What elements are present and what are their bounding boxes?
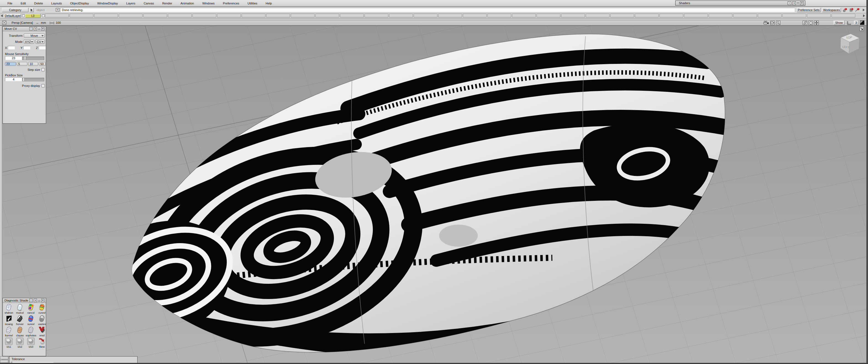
pickbox-size-field[interactable]: 4 [5, 78, 22, 81]
panel-close-icon[interactable]: ✕ [800, 1, 804, 5]
layer-slot[interactable] [733, 14, 757, 18]
show-button[interactable]: Show [834, 21, 844, 25]
menu-windowdisplay[interactable]: WindowDisplay [93, 2, 122, 5]
y-input[interactable] [23, 46, 30, 50]
layer-slot[interactable] [463, 14, 487, 18]
list-icon[interactable]: ≡ [56, 8, 59, 11]
layer-slot[interactable] [659, 14, 683, 18]
layer-slot[interactable] [561, 14, 585, 18]
zebra-shaded-car-model[interactable] [111, 25, 760, 363]
layer-slot[interactable] [709, 14, 733, 18]
status-line-field[interactable]: Done retrieving. [60, 8, 795, 12]
shader-rancol-button[interactable]: rancol [25, 303, 36, 314]
layer-slot[interactable] [315, 14, 339, 18]
palette-tab[interactable] [0, 360, 8, 363]
layer-slot[interactable] [168, 14, 192, 18]
preset-5-button[interactable]: 5 [17, 62, 27, 66]
panel-resize-icon[interactable]: ↕ [787, 1, 791, 5]
active-layer-checkbox[interactable] [42, 15, 45, 17]
layer-slot[interactable] [365, 14, 388, 18]
pickbox-size-slider[interactable] [22, 78, 44, 81]
shader-vis2-button[interactable]: vis2 [14, 337, 25, 348]
layer-slot[interactable] [291, 14, 315, 18]
layer-slot[interactable] [192, 14, 216, 18]
layer-slot[interactable] [610, 14, 634, 18]
shaders-panel-titlebar[interactable]: Shaders ↕ ≡ ▽ ✕ [675, 1, 805, 5]
menu-utilities[interactable]: Utilities [243, 2, 261, 5]
zoom-camera-icon[interactable] [776, 21, 780, 25]
shader-curevl-button[interactable]: curevl [36, 303, 48, 314]
layer-slot[interactable] [340, 14, 364, 18]
snap-curve-icon[interactable] [855, 8, 860, 12]
mode-cv-dropdown[interactable]: CV [35, 39, 45, 44]
preference-sets-button[interactable]: Preference Sets [797, 8, 820, 12]
layer-slot[interactable] [832, 14, 855, 18]
viewport-titlebar[interactable]: Persp [Camera] ↔ mm 100 Show [0, 20, 868, 26]
panel-collapse-icon[interactable]: △ [38, 27, 40, 30]
slider-thumb[interactable] [25, 57, 26, 60]
resize-view-icon[interactable] [860, 27, 864, 31]
default-layer-checkbox[interactable] [22, 15, 25, 17]
panel-resize-icon[interactable]: ↕ [29, 27, 33, 30]
menu-animation[interactable]: Animation [177, 2, 198, 5]
layer-slot[interactable] [782, 14, 806, 18]
layer-slot[interactable] [758, 14, 781, 18]
shader-vis1-button[interactable]: vis1 [3, 337, 14, 348]
step-size-checkbox[interactable] [41, 68, 45, 72]
panel-collapse-icon[interactable]: ▽ [797, 2, 799, 4]
layer-slot[interactable] [684, 14, 708, 18]
preset-23-button[interactable]: 23 [5, 62, 16, 66]
menu-help[interactable]: Help [261, 2, 276, 5]
panel-resize-icon[interactable]: ↕ [29, 299, 33, 302]
panel-menu-icon[interactable]: ≡ [34, 299, 37, 302]
menu-file[interactable]: File [3, 2, 17, 5]
shader-vred-button[interactable]: vred [36, 326, 48, 337]
layer-slot[interactable] [119, 14, 143, 18]
menu-edit[interactable]: Edit [17, 2, 30, 5]
look-camera-icon[interactable] [763, 21, 769, 25]
shader-clayao-button[interactable]: clayao [14, 326, 25, 337]
x-input[interactable] [8, 46, 15, 50]
perspective-viewport[interactable]: TOP LEFT [0, 25, 868, 363]
layer-slot[interactable] [635, 14, 659, 18]
snap-point-icon[interactable] [843, 8, 847, 12]
layer-scroll-right-icon[interactable] [863, 15, 865, 17]
layer-slot[interactable] [143, 14, 167, 18]
palette-tab[interactable] [0, 356, 8, 359]
shader-ltunnel-button[interactable]: ltunnel [3, 326, 14, 337]
measure-icon[interactable] [847, 21, 852, 25]
layer-slot[interactable] [512, 14, 536, 18]
pan-icon[interactable] [814, 21, 819, 25]
preset-10-button[interactable]: 10 [28, 62, 38, 66]
panel-menu-icon[interactable]: ≡ [34, 27, 37, 30]
menu-layouts[interactable]: Layouts [47, 2, 66, 5]
mouse-sensitivity-field[interactable]: 23 [5, 56, 22, 60]
layer-slot[interactable] [45, 14, 69, 18]
shader-isoang-button[interactable]: isoang [3, 315, 14, 326]
menu-render[interactable]: Render [158, 2, 176, 5]
shader-vis3-button[interactable]: vis3 [25, 337, 36, 348]
layer-slot[interactable] [389, 14, 413, 18]
viewport-close-icon[interactable] [2, 21, 6, 25]
menu-preferences[interactable]: Preferences [219, 2, 243, 5]
shader-horver-button[interactable]: horver [14, 315, 25, 326]
slider-thumb[interactable] [23, 78, 25, 81]
diagnostic-shade-icon[interactable] [803, 21, 807, 25]
workspaces-button[interactable]: Workspaces [822, 8, 841, 12]
menu-canvas[interactable]: Canvas [140, 2, 158, 5]
layer-scroll-left-icon[interactable] [1, 15, 3, 17]
layer-slot[interactable] [70, 14, 93, 18]
toolbar-expand-arrow-icon[interactable] [863, 8, 865, 11]
shader-surevl-button[interactable]: surevl [25, 315, 36, 326]
menu-objectdisplay[interactable]: ObjectDisplay [66, 2, 93, 5]
layer-slot[interactable] [536, 14, 560, 18]
layer-slot[interactable] [217, 14, 241, 18]
shader-filest-button[interactable]: filest [36, 337, 48, 348]
move-cv-titlebar[interactable]: Move CV ↕ ≡ △ ✕ [3, 27, 46, 31]
mode-xyz-dropdown[interactable]: XYZ [24, 39, 34, 44]
layer-slot[interactable] [94, 14, 118, 18]
shader-mulcol-button[interactable]: mulcol [14, 303, 25, 314]
layer-slot[interactable] [414, 14, 437, 18]
z-input[interactable] [39, 46, 46, 50]
transform-dropdown[interactable]: Move [24, 33, 45, 38]
